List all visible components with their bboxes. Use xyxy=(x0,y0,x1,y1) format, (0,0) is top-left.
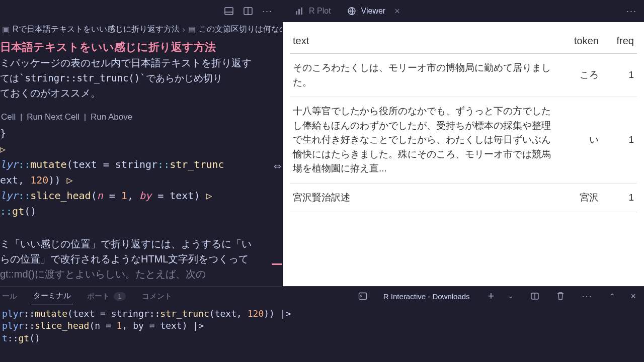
terminal-dropdown-icon[interactable]: ⌄ xyxy=(508,293,513,300)
more-actions-icon[interactable]: ··· xyxy=(262,6,273,17)
viewer-pane: text token freq そのころわたくしは、モリーオ市の博物局に勤めて居… xyxy=(283,22,644,286)
close-icon[interactable]: × xyxy=(390,6,404,17)
doc-paragraph-2: ミ「いい感じの位置」で折り返すには、ようするに「い らの位置」で改行されるような… xyxy=(0,236,282,282)
table-row: 宮沢賢治訳述宮沢1 xyxy=(290,183,637,212)
codelens-run-above[interactable]: Run Above xyxy=(91,112,132,122)
editor-pane: ▣ Rで日本語テキストをいい感じに折り返す方法 › ▤ この文節区切りは何なの … xyxy=(0,22,282,286)
panel-close-icon[interactable]: × xyxy=(627,291,639,302)
split-terminal-icon[interactable] xyxy=(525,292,544,301)
split-resize-handle[interactable]: ⇔ xyxy=(274,161,280,172)
terminal-more-icon[interactable]: ··· xyxy=(577,291,597,302)
terminal-session-label[interactable]: R Interactive - Downloads xyxy=(379,288,474,305)
trash-icon[interactable] xyxy=(556,292,565,301)
breadcrumb-file: Rで日本語テキストをいい感じに折り返す方法 xyxy=(13,24,180,35)
terminal-session-icon[interactable] xyxy=(358,292,367,301)
file-icon: ▣ xyxy=(2,25,10,34)
svg-rect-6 xyxy=(301,8,302,15)
split-editor-icon[interactable] xyxy=(243,6,253,16)
codelens: Cell | Run Next Cell | Run Above xyxy=(0,101,282,126)
panel-tab-debug[interactable]: ール xyxy=(0,288,19,305)
code-block[interactable]: } ▷ lyr::mutate(text = stringr::str_trun… xyxy=(0,126,282,219)
gt-table: text token freq そのころわたくしは、モリーオ市の博物局に勤めて居… xyxy=(290,30,637,212)
svg-rect-8 xyxy=(359,293,366,300)
tab-rplot-label: R Plot xyxy=(309,7,331,16)
chevron-up-icon[interactable]: ⌃ xyxy=(609,292,615,300)
table-row: 十八等官でしたから役所のなかでも、ずうっと下の方でしたし俸給もほんのわずかでした… xyxy=(290,97,637,184)
panel-tab-terminal[interactable]: ターミナル xyxy=(31,287,73,305)
col-freq: freq xyxy=(602,30,637,53)
terminal-output[interactable]: plyr::mutate(text = stringr::str_trunc(t… xyxy=(0,306,644,344)
new-terminal-icon[interactable]: + xyxy=(486,290,497,303)
terminal-panel: ール ターミナル ポート 1 コメント R Interactive - Down… xyxy=(0,286,644,362)
tab-rplot[interactable]: R Plot xyxy=(288,3,338,20)
panel-tab-ports[interactable]: ポート 1 xyxy=(85,288,128,305)
breadcrumb-section: この文節区切りは何なの xyxy=(199,24,282,35)
doc-title: 日本語テキストをいい感じに折り返す方法 xyxy=(0,39,282,55)
col-text: text xyxy=(290,30,556,53)
overflow-indicator xyxy=(272,263,282,265)
document-body[interactable]: 日本語テキストをいい感じに折り返す方法 ミパッケージの表のセル内で日本語テキスト… xyxy=(0,37,282,282)
table-row: そのころわたくしは、モリーオ市の博物局に勤めて居りました。ころ1 xyxy=(290,53,637,97)
doc-paragraph: ミパッケージの表のセル内で日本語テキストを折り返す ては`stringr::st… xyxy=(0,55,282,101)
layout-panel-icon[interactable] xyxy=(224,6,234,16)
tab-viewer-label: Viewer xyxy=(361,7,386,16)
more-actions-right-icon[interactable]: ··· xyxy=(626,6,637,17)
symbol-icon: ▤ xyxy=(188,25,196,34)
globe-icon xyxy=(347,7,356,16)
codelens-run-next[interactable]: Run Next Cell xyxy=(27,112,79,122)
panel-tab-comments[interactable]: コメント xyxy=(140,288,174,305)
tab-viewer[interactable]: Viewer × xyxy=(340,2,411,21)
svg-rect-4 xyxy=(296,11,297,15)
barchart-icon xyxy=(295,7,304,16)
svg-rect-0 xyxy=(225,8,233,15)
breadcrumb[interactable]: ▣ Rで日本語テキストをいい感じに折り返す方法 › ▤ この文節区切りは何なの xyxy=(0,22,282,37)
svg-rect-5 xyxy=(298,9,300,15)
chevron-right-icon: › xyxy=(183,25,185,34)
codelens-run-cell[interactable]: Cell xyxy=(1,112,16,122)
col-token: token xyxy=(556,30,602,53)
